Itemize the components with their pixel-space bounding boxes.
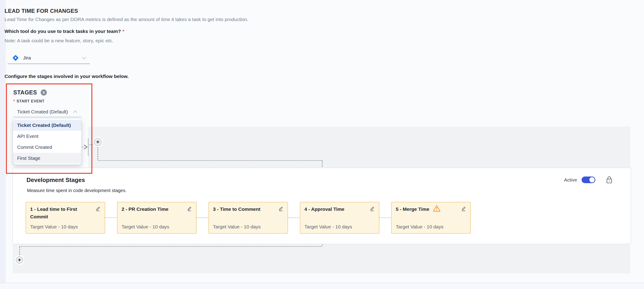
task-tool-select[interactable]: Jira xyxy=(8,52,90,64)
page-title: LEAD TIME FOR CHANGES xyxy=(4,8,78,14)
configure-instruction: Configure the stages involved in your wo… xyxy=(4,74,129,79)
page-description: Lead Time for Changes as per DORA metric… xyxy=(4,17,248,22)
stage-card-3[interactable]: 3 - Time to Comment Target Value - 10 da… xyxy=(208,202,288,234)
stage-card-head: 3 - Time to Comment xyxy=(213,205,284,213)
stage-card-title: 2 - PR Creation Time xyxy=(122,205,168,213)
stage-card-head: 4 - Approval Time xyxy=(304,205,375,213)
chevron-down-icon xyxy=(82,55,86,59)
dropdown-option-first-stage[interactable]: First Stage xyxy=(13,153,81,164)
tool-question-text: Which tool do you use to track tasks in … xyxy=(4,29,121,34)
lock-icon[interactable] xyxy=(606,176,613,184)
start-event-label: START EVENT xyxy=(16,99,44,103)
stage-card-1[interactable]: 1 - Lead time to First Commit Target Val… xyxy=(26,202,105,234)
stage-card-title: 3 - Time to Comment xyxy=(213,205,260,213)
edit-icon[interactable] xyxy=(461,206,466,212)
edit-icon[interactable] xyxy=(278,206,284,212)
stage-card-5[interactable]: 5 - Merge Time Target Value - 10 days xyxy=(391,202,471,234)
stage-count-badge: 5 xyxy=(41,89,47,96)
required-asterisk: * xyxy=(122,29,124,34)
jira-icon xyxy=(12,54,19,61)
edit-icon[interactable] xyxy=(370,206,375,212)
toggle-knob xyxy=(590,177,595,182)
start-event-dropdown: Ticket Created (Default) API Event Commi… xyxy=(13,119,81,165)
plus-icon: + xyxy=(96,139,100,145)
task-tool-select-value: Jira xyxy=(23,55,31,61)
lead-time-config-page: LEAD TIME FOR CHANGES Lead Time for Chan… xyxy=(0,0,644,289)
edit-icon[interactable] xyxy=(95,206,100,212)
active-toggle[interactable] xyxy=(582,176,595,183)
add-stage-button-bottom[interactable]: + xyxy=(16,256,23,264)
footer-divider xyxy=(0,283,644,289)
start-event-label-row: *START EVENT xyxy=(13,99,44,104)
edit-icon[interactable] xyxy=(187,206,192,212)
stage-card-head: 2 - PR Creation Time xyxy=(122,205,192,213)
stage-card-head: 5 - Merge Time xyxy=(396,205,466,213)
stage-card-head: 1 - Lead time to First Commit xyxy=(30,205,100,220)
stage-card-4[interactable]: 4 - Approval Time Target Value - 10 days xyxy=(300,202,379,234)
stages-heading: STAGES xyxy=(13,89,37,96)
tool-question: Which tool do you use to track tasks in … xyxy=(4,29,124,34)
panel-title: Development Stages xyxy=(26,176,85,184)
workflow-canvas-top-band xyxy=(88,127,630,168)
stage-card-title: 1 - Lead time to First Commit xyxy=(30,205,93,220)
tool-note: Note: A task could be a new feature, sto… xyxy=(4,38,113,44)
stage-card-target: Target Value - 10 days xyxy=(122,224,192,229)
workflow-canvas-bottom-band xyxy=(12,244,630,273)
start-event-select[interactable]: Ticket Created (Default) xyxy=(13,107,81,117)
panel-controls: Active xyxy=(564,176,613,184)
stage-card-target: Target Value - 10 days xyxy=(213,224,284,229)
stage-card-title: 4 - Approval Time xyxy=(304,205,344,213)
active-label: Active xyxy=(564,177,577,183)
stage-card-target: Target Value - 10 days xyxy=(396,224,466,229)
warning-icon xyxy=(432,205,441,213)
start-event-select-value: Ticket Created (Default) xyxy=(17,109,68,115)
plus-icon: + xyxy=(18,257,21,263)
stage-card-target: Target Value - 10 days xyxy=(30,224,100,229)
chevron-up-icon xyxy=(73,110,77,115)
dropdown-option-ticket-created[interactable]: Ticket Created (Default) xyxy=(13,120,81,131)
stage-card-2[interactable]: 2 - PR Creation Time Target Value - 10 d… xyxy=(117,202,196,234)
add-stage-button-top[interactable]: + xyxy=(94,138,102,146)
stage-card-title: 5 - Merge Time xyxy=(396,205,430,213)
panel-subtitle: Measure time spent in code development s… xyxy=(27,188,126,193)
required-asterisk: * xyxy=(13,99,15,103)
dropdown-option-api-event[interactable]: API Event xyxy=(13,131,81,142)
stage-card-target: Target Value - 10 days xyxy=(304,224,375,229)
dropdown-option-commit-created[interactable]: Commit Created xyxy=(13,142,81,153)
stages-heading-row: STAGES 5 xyxy=(13,89,47,96)
